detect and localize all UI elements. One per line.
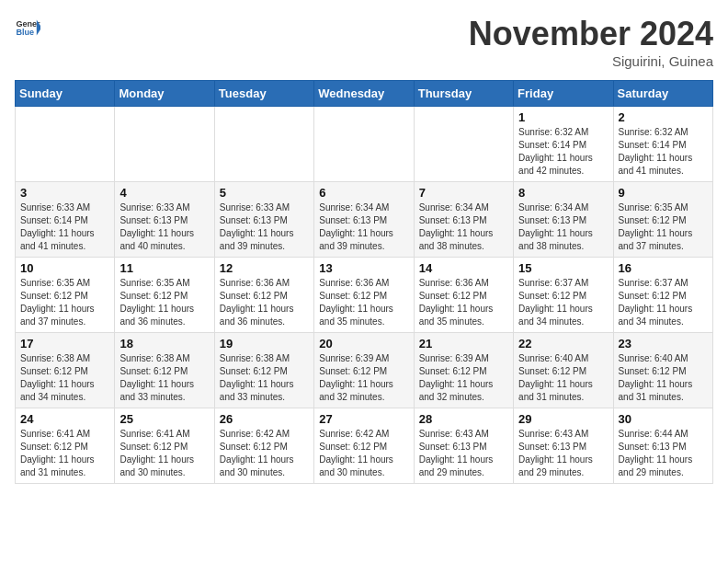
calendar-cell: 22Sunrise: 6:40 AM Sunset: 6:12 PM Dayli… [514, 333, 613, 408]
weekday-header-wednesday: Wednesday [314, 81, 414, 107]
day-number: 5 [220, 186, 309, 200]
weekday-header-sunday: Sunday [16, 81, 115, 107]
day-info: Sunrise: 6:37 AM Sunset: 6:12 PM Dayligh… [518, 277, 608, 328]
calendar-cell [314, 107, 414, 182]
week-row-2: 3Sunrise: 6:33 AM Sunset: 6:14 PM Daylig… [16, 182, 713, 258]
logo-icon: General Blue [15, 15, 40, 40]
day-info: Sunrise: 6:34 AM Sunset: 6:13 PM Dayligh… [419, 201, 508, 253]
day-number: 22 [518, 337, 608, 350]
day-info: Sunrise: 6:34 AM Sunset: 6:13 PM Dayligh… [319, 201, 408, 253]
calendar-cell: 4Sunrise: 6:33 AM Sunset: 6:13 PM Daylig… [115, 182, 214, 258]
calendar-table: SundayMondayTuesdayWednesdayThursdayFrid… [15, 80, 713, 484]
day-number: 1 [518, 110, 608, 124]
calendar-cell: 12Sunrise: 6:36 AM Sunset: 6:12 PM Dayli… [214, 258, 313, 333]
calendar-cell: 8Sunrise: 6:34 AM Sunset: 6:13 PM Daylig… [514, 182, 613, 258]
weekday-header-tuesday: Tuesday [214, 81, 313, 107]
day-number: 10 [20, 261, 109, 275]
day-info: Sunrise: 6:33 AM Sunset: 6:13 PM Dayligh… [220, 201, 309, 253]
day-info: Sunrise: 6:36 AM Sunset: 6:12 PM Dayligh… [419, 277, 508, 328]
day-info: Sunrise: 6:43 AM Sunset: 6:13 PM Dayligh… [419, 428, 508, 479]
day-info: Sunrise: 6:36 AM Sunset: 6:12 PM Dayligh… [220, 277, 309, 328]
calendar-cell: 11Sunrise: 6:35 AM Sunset: 6:12 PM Dayli… [115, 258, 214, 333]
location: Siguirini, Guinea [469, 53, 713, 69]
calendar-cell: 16Sunrise: 6:37 AM Sunset: 6:12 PM Dayli… [613, 258, 712, 333]
day-number: 21 [419, 337, 508, 350]
weekday-header-row: SundayMondayTuesdayWednesdayThursdayFrid… [16, 81, 713, 107]
calendar-cell: 7Sunrise: 6:34 AM Sunset: 6:13 PM Daylig… [414, 182, 513, 258]
day-info: Sunrise: 6:42 AM Sunset: 6:12 PM Dayligh… [220, 428, 309, 479]
day-info: Sunrise: 6:37 AM Sunset: 6:12 PM Dayligh… [619, 277, 708, 328]
day-info: Sunrise: 6:42 AM Sunset: 6:12 PM Dayligh… [319, 428, 408, 479]
calendar-cell: 5Sunrise: 6:33 AM Sunset: 6:13 PM Daylig… [214, 182, 313, 258]
day-info: Sunrise: 6:33 AM Sunset: 6:13 PM Dayligh… [119, 201, 209, 253]
day-number: 16 [619, 261, 708, 275]
calendar-cell [115, 107, 214, 182]
calendar-cell: 18Sunrise: 6:38 AM Sunset: 6:12 PM Dayli… [115, 333, 214, 408]
day-number: 6 [319, 186, 408, 200]
month-title: November 2024 [469, 15, 713, 53]
calendar-cell: 21Sunrise: 6:39 AM Sunset: 6:12 PM Dayli… [414, 333, 513, 408]
calendar-cell: 19Sunrise: 6:38 AM Sunset: 6:12 PM Dayli… [214, 333, 313, 408]
calendar-cell: 30Sunrise: 6:44 AM Sunset: 6:13 PM Dayli… [613, 408, 712, 484]
day-info: Sunrise: 6:40 AM Sunset: 6:12 PM Dayligh… [518, 352, 608, 404]
day-info: Sunrise: 6:39 AM Sunset: 6:12 PM Dayligh… [319, 352, 408, 404]
day-info: Sunrise: 6:36 AM Sunset: 6:12 PM Dayligh… [319, 277, 408, 328]
calendar-cell: 6Sunrise: 6:34 AM Sunset: 6:13 PM Daylig… [314, 182, 414, 258]
calendar-cell: 17Sunrise: 6:38 AM Sunset: 6:12 PM Dayli… [16, 333, 115, 408]
weekday-header-friday: Friday [514, 81, 613, 107]
week-row-4: 17Sunrise: 6:38 AM Sunset: 6:12 PM Dayli… [16, 333, 713, 408]
day-info: Sunrise: 6:35 AM Sunset: 6:12 PM Dayligh… [20, 277, 109, 328]
calendar-cell: 27Sunrise: 6:42 AM Sunset: 6:12 PM Dayli… [314, 408, 414, 484]
day-number: 15 [518, 261, 608, 275]
day-info: Sunrise: 6:38 AM Sunset: 6:12 PM Dayligh… [20, 352, 109, 404]
calendar-cell: 26Sunrise: 6:42 AM Sunset: 6:12 PM Dayli… [214, 408, 313, 484]
day-number: 25 [119, 412, 209, 426]
day-number: 14 [419, 261, 508, 275]
calendar-cell: 1Sunrise: 6:32 AM Sunset: 6:14 PM Daylig… [514, 107, 613, 182]
calendar-cell: 29Sunrise: 6:43 AM Sunset: 6:13 PM Dayli… [514, 408, 613, 484]
day-number: 17 [20, 337, 109, 350]
day-number: 11 [119, 261, 209, 275]
day-number: 3 [20, 186, 109, 200]
day-number: 24 [20, 412, 109, 426]
day-info: Sunrise: 6:39 AM Sunset: 6:12 PM Dayligh… [419, 352, 508, 404]
day-info: Sunrise: 6:44 AM Sunset: 6:13 PM Dayligh… [619, 428, 708, 479]
day-number: 2 [619, 110, 708, 124]
title-block: November 2024 Siguirini, Guinea [469, 15, 713, 69]
calendar-cell [414, 107, 513, 182]
calendar-cell: 25Sunrise: 6:41 AM Sunset: 6:12 PM Dayli… [115, 408, 214, 484]
day-number: 30 [619, 412, 708, 426]
day-number: 27 [319, 412, 408, 426]
week-row-5: 24Sunrise: 6:41 AM Sunset: 6:12 PM Dayli… [16, 408, 713, 484]
calendar-cell: 14Sunrise: 6:36 AM Sunset: 6:12 PM Dayli… [414, 258, 513, 333]
day-info: Sunrise: 6:32 AM Sunset: 6:14 PM Dayligh… [619, 126, 708, 178]
day-info: Sunrise: 6:35 AM Sunset: 6:12 PM Dayligh… [119, 277, 209, 328]
day-info: Sunrise: 6:35 AM Sunset: 6:12 PM Dayligh… [619, 201, 708, 253]
day-info: Sunrise: 6:43 AM Sunset: 6:13 PM Dayligh… [518, 428, 608, 479]
page-header: General Blue November 2024 Siguirini, Gu… [15, 15, 713, 69]
svg-text:Blue: Blue [16, 28, 34, 37]
calendar-cell [214, 107, 313, 182]
day-number: 8 [518, 186, 608, 200]
day-number: 7 [419, 186, 508, 200]
calendar-cell [16, 107, 115, 182]
calendar-cell: 28Sunrise: 6:43 AM Sunset: 6:13 PM Dayli… [414, 408, 513, 484]
weekday-header-saturday: Saturday [613, 81, 712, 107]
day-info: Sunrise: 6:38 AM Sunset: 6:12 PM Dayligh… [220, 352, 309, 404]
day-number: 12 [220, 261, 309, 275]
day-info: Sunrise: 6:38 AM Sunset: 6:12 PM Dayligh… [119, 352, 209, 404]
calendar-cell: 2Sunrise: 6:32 AM Sunset: 6:14 PM Daylig… [613, 107, 712, 182]
logo: General Blue [15, 15, 40, 40]
day-number: 28 [419, 412, 508, 426]
calendar-cell: 10Sunrise: 6:35 AM Sunset: 6:12 PM Dayli… [16, 258, 115, 333]
day-number: 26 [220, 412, 309, 426]
day-info: Sunrise: 6:34 AM Sunset: 6:13 PM Dayligh… [518, 201, 608, 253]
day-info: Sunrise: 6:41 AM Sunset: 6:12 PM Dayligh… [119, 428, 209, 479]
day-info: Sunrise: 6:40 AM Sunset: 6:12 PM Dayligh… [619, 352, 708, 404]
day-number: 23 [619, 337, 708, 350]
week-row-3: 10Sunrise: 6:35 AM Sunset: 6:12 PM Dayli… [16, 258, 713, 333]
day-info: Sunrise: 6:41 AM Sunset: 6:12 PM Dayligh… [20, 428, 109, 479]
calendar-cell: 13Sunrise: 6:36 AM Sunset: 6:12 PM Dayli… [314, 258, 414, 333]
calendar-cell: 20Sunrise: 6:39 AM Sunset: 6:12 PM Dayli… [314, 333, 414, 408]
day-number: 20 [319, 337, 408, 350]
